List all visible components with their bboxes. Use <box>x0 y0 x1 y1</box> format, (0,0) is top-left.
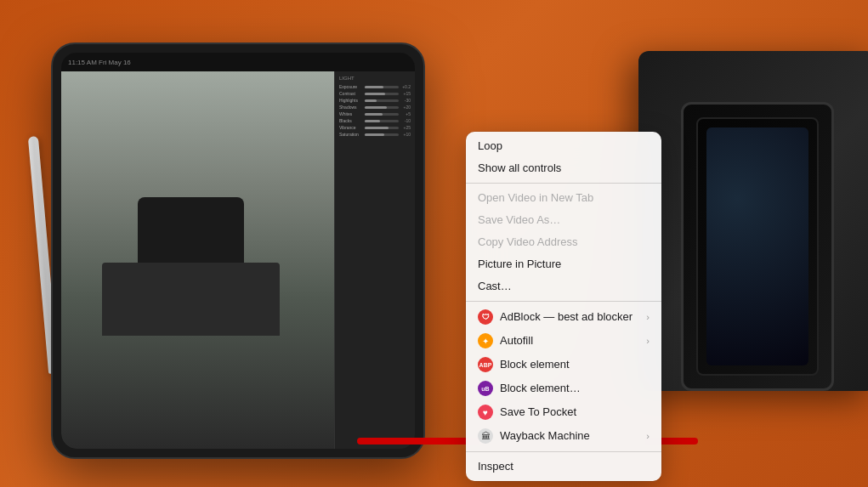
autofill-icon: ✦ <box>478 333 493 348</box>
menu-section-4: Inspect <box>466 451 661 481</box>
slider-fill <box>365 120 380 122</box>
pocket-icon: ♥ <box>478 405 493 420</box>
slider-row: Saturation +10 <box>337 131 413 138</box>
menu-section-2: Open Video in New Tab Save Video As… Cop… <box>466 183 661 301</box>
menu-item-open-video-new-tab[interactable]: Open Video in New Tab <box>466 187 661 209</box>
slider-fill <box>365 99 377 102</box>
ub-icon: uB <box>478 381 493 396</box>
car-shape <box>102 203 280 335</box>
slider-value: +10 <box>400 132 411 137</box>
slider-row: Whites +5 <box>337 110 413 117</box>
slider-fill <box>365 86 383 88</box>
slider-track <box>365 86 399 88</box>
slider-row: Exposure +0.2 <box>337 83 413 90</box>
menu-label-save-to-pocket: Save To Pocket <box>500 405 650 419</box>
abp-icon: ABP <box>478 357 493 372</box>
ipad-container: 11:15 AM Fri May 16 Light E <box>26 34 451 467</box>
menu-item-inspect[interactable]: Inspect <box>466 456 661 478</box>
lr-status: 11:15 AM Fri May 16 <box>68 59 131 66</box>
menu-label-copy-video-address: Copy Video Address <box>478 235 650 249</box>
menu-item-wayback-machine[interactable]: 🏛 Wayback Machine › <box>466 424 661 448</box>
menu-item-copy-video-address[interactable]: Copy Video Address <box>466 231 661 253</box>
menu-item-autofill[interactable]: ✦ Autofill › <box>466 329 661 353</box>
context-menu: Loop Show all controls Open Video in New… <box>466 132 661 481</box>
camera-body <box>638 51 868 391</box>
menu-item-save-video-as[interactable]: Save Video As… <box>466 209 661 231</box>
menu-item-save-to-pocket[interactable]: ♥ Save To Pocket <box>466 400 661 424</box>
menu-label-block-element-2: Block element… <box>500 382 650 395</box>
car-roof <box>138 197 244 269</box>
slider-value: -10 <box>400 118 411 123</box>
slider-row: Contrast +15 <box>337 90 413 97</box>
slider-row: Highlights -30 <box>337 97 413 104</box>
sliders-container: Exposure +0.2 Contrast +15 Highlights -3… <box>337 83 413 138</box>
menu-section-3: 🛡 AdBlock — best ad blocker › ✦ Autofill… <box>466 301 661 451</box>
menu-label-save-video-as: Save Video As… <box>478 213 650 227</box>
menu-label-adblock: AdBlock — best ad blocker <box>500 310 639 324</box>
menu-item-loop[interactable]: Loop <box>466 135 661 157</box>
slider-value: +0.2 <box>400 84 411 89</box>
slider-label: Blacks <box>339 118 363 123</box>
menu-label-inspect: Inspect <box>478 460 650 473</box>
slider-value: +20 <box>400 105 411 110</box>
slider-fill <box>365 106 387 109</box>
lr-right-panel: Light Exposure +0.2 Contrast +15 Highlig… <box>334 71 415 449</box>
slider-value: -30 <box>400 98 411 103</box>
slider-row: Vibrance +25 <box>337 124 413 131</box>
menu-item-adblock[interactable]: 🛡 AdBlock — best ad blocker › <box>466 305 661 329</box>
camera-lens <box>681 102 834 391</box>
slider-row: Blacks -10 <box>337 117 413 124</box>
slider-track <box>365 133 399 136</box>
slider-value: +25 <box>400 125 411 130</box>
slider-label: Highlights <box>339 98 363 103</box>
ipad-screen: 11:15 AM Fri May 16 Light E <box>61 53 415 449</box>
lr-photo-placeholder <box>61 71 334 449</box>
slider-label: Saturation <box>339 132 363 137</box>
menu-label-show-all-controls: Show all controls <box>478 161 650 175</box>
slider-label: Whites <box>339 111 363 116</box>
slider-label: Shadows <box>339 105 363 110</box>
slider-label: Exposure <box>339 84 363 89</box>
slider-row: Shadows +20 <box>337 104 413 110</box>
slider-value: +5 <box>400 111 411 116</box>
slider-fill <box>365 127 389 129</box>
slider-fill <box>365 133 384 136</box>
slider-label: Vibrance <box>339 125 363 130</box>
lr-photo-area <box>61 71 334 449</box>
ipad-body: 11:15 AM Fri May 16 Light E <box>51 42 425 459</box>
menu-label-cast: Cast… <box>478 280 650 293</box>
slider-label: Contrast <box>339 91 363 96</box>
menu-item-cast[interactable]: Cast… <box>466 275 661 297</box>
slider-value: +15 <box>400 91 411 96</box>
slider-track <box>365 120 399 122</box>
slider-track <box>365 106 399 109</box>
menu-item-show-all-controls[interactable]: Show all controls <box>466 157 661 179</box>
adblock-arrow-icon: › <box>646 312 650 322</box>
panel-label-light: Light <box>337 75 413 82</box>
slider-fill <box>365 93 385 95</box>
adblock-icon: 🛡 <box>478 309 493 325</box>
lr-main: Light Exposure +0.2 Contrast +15 Highlig… <box>61 71 415 449</box>
lens-glass <box>706 127 808 365</box>
wayback-icon: 🏛 <box>478 428 493 444</box>
menu-label-loop: Loop <box>478 139 650 153</box>
slider-fill <box>365 113 383 116</box>
menu-section-1: Loop Show all controls <box>466 132 661 183</box>
wayback-arrow-icon: › <box>646 431 650 441</box>
car-body <box>102 263 280 335</box>
menu-item-picture-in-picture[interactable]: Picture in Picture <box>466 253 661 275</box>
menu-item-block-element-2[interactable]: uB Block element… <box>466 377 661 400</box>
menu-label-block-element: Block element <box>500 358 650 371</box>
slider-track <box>365 127 399 129</box>
menu-label-wayback-machine: Wayback Machine <box>500 429 639 443</box>
menu-label-picture-in-picture: Picture in Picture <box>478 258 650 271</box>
slider-track <box>365 113 399 116</box>
lr-top-bar: 11:15 AM Fri May 16 <box>61 53 415 71</box>
lens-inner <box>696 117 819 376</box>
lightroom-interface: 11:15 AM Fri May 16 Light E <box>61 53 415 449</box>
menu-item-block-element[interactable]: ABP Block element <box>466 353 661 377</box>
slider-track <box>365 99 399 102</box>
slider-track <box>365 93 399 95</box>
autofill-arrow-icon: › <box>646 336 650 346</box>
menu-label-open-video-new-tab: Open Video in New Tab <box>478 191 650 205</box>
